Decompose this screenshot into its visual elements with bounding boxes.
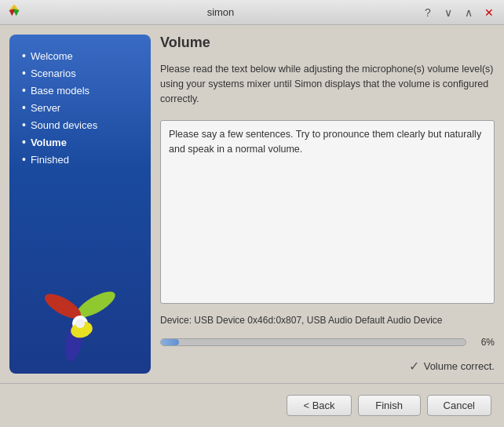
cancel-button[interactable]: Cancel [427, 395, 491, 416]
titlebar: simon ? ∨ ∧ ✕ [0, 0, 504, 25]
sidebar-item-welcome[interactable]: Welcome [19, 47, 141, 64]
volume-percent-label: 6% [473, 337, 495, 348]
sidebar-item-finished[interactable]: Finished [19, 151, 141, 168]
checkmark-icon: ✓ [409, 359, 419, 374]
volume-progress-bar [160, 338, 466, 346]
sidebar-item-scenarios[interactable]: Scenarios [19, 64, 141, 82]
volume-row: 6% [160, 337, 495, 348]
svg-point-8 [75, 319, 85, 328]
close-button[interactable]: ✕ [480, 4, 498, 21]
sidebar-item-label: Welcome [31, 50, 73, 62]
main-content: Welcome Scenarios Base models Server Sou… [0, 25, 504, 383]
sidebar-item-server[interactable]: Server [19, 99, 141, 116]
sidebar-item-label: Scenarios [31, 68, 76, 79]
instruction-text-area: Please say a few sentences. Try to prono… [160, 120, 495, 304]
finish-button[interactable]: Finish [358, 395, 421, 416]
window-title: simon [22, 6, 419, 18]
volume-correct-text: Volume correct. [424, 360, 495, 372]
sidebar-item-label: Finished [31, 154, 69, 166]
page-description: Please read the text below while adjusti… [160, 62, 495, 106]
sidebar-item-label: Server [31, 102, 60, 114]
propeller-icon [33, 283, 127, 361]
back-button[interactable]: < Back [287, 395, 351, 416]
window-controls: ? ∨ ∧ ✕ [419, 4, 498, 21]
sidebar-item-volume[interactable]: Volume [19, 133, 141, 151]
minimize-button[interactable]: ∨ [440, 4, 457, 21]
sidebar-item-label: Base models [31, 85, 89, 97]
device-label: Device: USB Device 0x46d:0x807, USB Audi… [160, 315, 495, 326]
sidebar: Welcome Scenarios Base models Server Sou… [9, 35, 151, 374]
sidebar-item-base-models[interactable]: Base models [19, 82, 141, 99]
volume-progress-fill [161, 339, 179, 345]
page-title: Volume [160, 35, 495, 51]
app-icon [6, 3, 22, 21]
sidebar-item-sound-devices[interactable]: Sound devices [19, 116, 141, 133]
right-panel: Volume Please read the text below while … [160, 35, 495, 374]
volume-correct-row: ✓ Volume correct. [160, 359, 495, 374]
sidebar-item-label: Sound devices [31, 119, 97, 131]
sidebar-item-label: Volume [31, 137, 67, 148]
help-button[interactable]: ? [419, 4, 436, 21]
sidebar-logo [19, 267, 141, 361]
bottom-bar: < Back Finish Cancel [0, 383, 504, 427]
maximize-button[interactable]: ∧ [460, 4, 477, 21]
